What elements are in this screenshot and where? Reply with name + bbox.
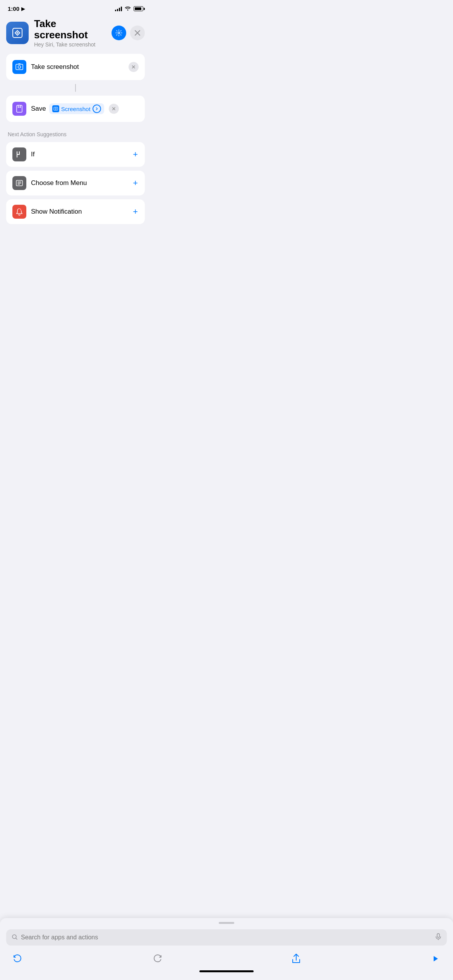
svg-point-1	[17, 32, 18, 34]
location-icon: ▶	[21, 6, 25, 12]
svg-point-2	[118, 32, 120, 34]
choose-from-menu-label: Choose from Menu	[31, 179, 127, 187]
settings-button[interactable]	[112, 26, 126, 40]
save-icon	[12, 102, 26, 116]
if-icon	[12, 147, 26, 161]
header-text: Take screenshot Hey Siri, Take screensho…	[34, 18, 106, 48]
add-choose-from-menu-button[interactable]: +	[132, 178, 139, 188]
battery-icon	[134, 6, 143, 11]
suggestion-card-if[interactable]: If +	[6, 142, 145, 167]
save-row: Save Screenshot	[31, 103, 104, 114]
remove-save-button[interactable]: ✕	[109, 104, 119, 114]
save-label: Save	[31, 105, 46, 113]
status-right	[115, 6, 143, 12]
take-screenshot-icon	[12, 60, 26, 74]
screenshot-badge[interactable]: Screenshot	[49, 103, 104, 114]
suggestion-card-show-notification[interactable]: Show Notification +	[6, 199, 145, 224]
siri-subtitle: Hey Siri, Take screenshot	[34, 41, 106, 48]
screenshot-badge-arrow	[93, 105, 101, 113]
main-content: Take screenshot ✕ Save Screenshot	[0, 54, 151, 224]
page-title: Take screenshot	[34, 18, 106, 40]
header-actions	[112, 26, 145, 40]
svg-point-8	[55, 108, 57, 110]
suggestion-card-choose-from-menu[interactable]: Choose from Menu +	[6, 171, 145, 195]
svg-rect-3	[16, 64, 23, 70]
show-notification-label: Show Notification	[31, 208, 127, 216]
svg-rect-7	[54, 107, 58, 110]
screenshot-badge-icon	[52, 105, 59, 112]
screenshot-badge-text: Screenshot	[61, 106, 91, 112]
add-if-button[interactable]: +	[132, 149, 139, 159]
remove-take-screenshot-button[interactable]: ✕	[129, 62, 139, 72]
svg-rect-6	[17, 105, 22, 112]
wifi-icon	[125, 6, 131, 12]
svg-point-4	[18, 66, 21, 69]
if-label: If	[31, 151, 127, 158]
close-button[interactable]	[130, 26, 145, 40]
status-bar: 1:00 ▶	[0, 0, 151, 14]
connector-line	[75, 84, 76, 92]
take-screenshot-label: Take screenshot	[31, 63, 124, 71]
add-show-notification-button[interactable]: +	[132, 207, 139, 217]
action-card-save[interactable]: Save Screenshot ✕	[6, 96, 145, 122]
action-card-take-screenshot[interactable]: Take screenshot ✕	[6, 54, 145, 80]
status-time: 1:00	[8, 5, 19, 12]
svg-rect-5	[18, 63, 21, 64]
signal-icon	[115, 7, 122, 11]
section-title: Next Action Suggestions	[8, 131, 145, 137]
app-icon	[6, 22, 29, 44]
notification-icon	[12, 205, 26, 219]
header: Take screenshot Hey Siri, Take screensho…	[0, 14, 151, 54]
menu-icon	[12, 176, 26, 190]
